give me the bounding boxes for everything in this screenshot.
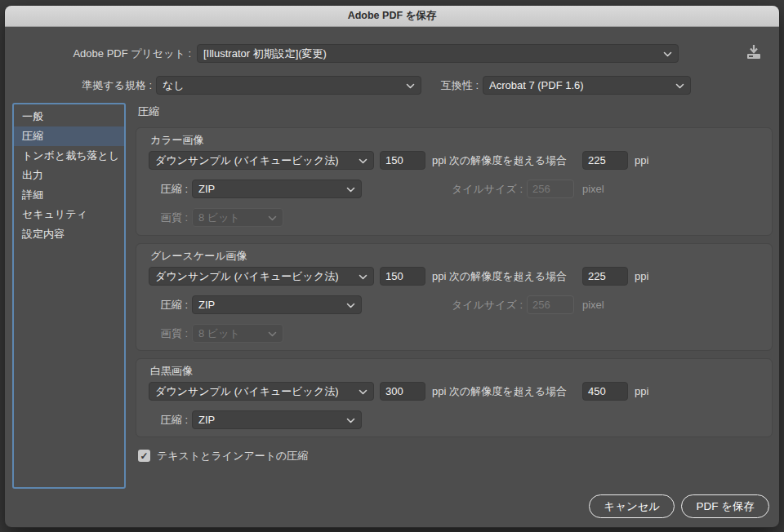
group-header: グレースケール画像 [150,249,247,264]
chevron-down-icon [346,414,355,426]
tile-size-label: タイルサイズ : [443,180,523,198]
sidebar-item-output[interactable]: 出力 [14,166,124,185]
sidebar-item-security[interactable]: セキュリティ [14,205,124,224]
checkmark-icon: ✓ [140,450,148,462]
category-list: 一般 圧縮 トンボと裁ち落とし 出力 詳細 セキュリティ 設定内容 [12,103,126,489]
threshold-label: ppi 次の解像度を超える場合 [432,267,567,286]
quality-label: 画質 : [149,324,188,343]
gray-threshold-input[interactable]: 225 [582,267,628,286]
quality-label: 画質 : [149,208,188,227]
compatibility-label: 互換性 : [405,76,479,95]
chevron-down-icon [346,183,355,195]
gray-resolution-input[interactable]: 150 [380,267,425,286]
dialog-title: Adobe PDF を保存 [348,9,437,23]
chevron-down-icon [346,299,355,311]
gray-downsample-select[interactable]: ダウンサンプル (バイキュービック法) [149,267,374,286]
compression-value: ZIP [198,299,215,311]
color-downsample-select[interactable]: ダウンサンプル (バイキュービック法) [149,151,374,170]
mono-resolution-input[interactable]: 300 [380,382,425,401]
standards-value: なし [163,78,185,93]
color-threshold-input[interactable]: 225 [582,151,628,170]
chevron-down-icon [268,211,277,224]
compression-label: 圧縮 : [149,295,188,314]
sidebar-item-summary[interactable]: 設定内容 [14,224,124,244]
mono-threshold-input[interactable]: 450 [582,382,628,401]
sidebar-item-general[interactable]: 一般 [14,107,124,126]
cancel-button[interactable]: キャンセル [589,494,675,518]
save-preset-icon [744,43,764,64]
sidebar-item-advanced[interactable]: 詳細 [14,185,124,205]
text-lineart-compression-checkbox[interactable]: ✓ [138,450,150,462]
standards-label: 準拠する規格 : [13,76,152,95]
text-lineart-compression-label: テキストとラインアートの圧縮 [157,446,308,465]
chevron-down-icon [268,327,277,339]
quality-value: 8 ビット [198,326,240,341]
gray-compression-select[interactable]: ZIP [192,295,362,314]
quality-value: 8 ビット [198,211,240,225]
threshold-label: ppi 次の解像度を超える場合 [432,382,567,401]
color-tile-size-input: 256 [527,180,574,198]
preset-value: [Illustrator 初期設定](変更) [203,47,327,61]
chevron-down-icon [675,79,684,91]
threshold-label: ppi 次の解像度を超える場合 [432,151,567,170]
color-quality-select: 8 ビット [192,208,283,227]
chevron-down-icon [359,154,368,166]
color-images-group: カラー画像 ダウンサンプル (バイキュービック法) 150 ppi 次の解像度を… [136,127,773,236]
compression-label: 圧縮 : [149,180,188,198]
compatibility-value: Acrobat 7 (PDF 1.6) [489,79,584,91]
sidebar-item-compression[interactable]: 圧縮 [14,126,124,146]
ppi-unit-label: ppi [635,382,648,401]
gray-tile-size-input: 256 [527,295,574,314]
tile-size-label: タイルサイズ : [443,295,523,314]
gray-quality-select: 8 ビット [192,324,283,343]
compression-label: 圧縮 : [149,410,188,429]
save-pdf-button[interactable]: PDF を保存 [681,494,769,518]
dialog-footer: キャンセル PDF を保存 [589,494,769,518]
chevron-down-icon [359,385,368,397]
group-header: カラー画像 [150,133,204,148]
sidebar-item-marks-bleeds[interactable]: トンボと裁ち落とし [14,146,124,166]
chevron-down-icon [359,270,368,282]
chevron-down-icon [663,47,672,60]
text-lineart-compression-row: ✓ テキストとラインアートの圧縮 [138,446,308,465]
ppi-unit-label: ppi [635,267,648,286]
downsample-value: ダウンサンプル (バイキュービック法) [155,153,339,168]
pixel-unit-label: pixel [582,180,604,198]
standards-select[interactable]: なし [156,76,421,95]
ppi-unit-label: ppi [635,151,648,170]
mono-compression-select[interactable]: ZIP [192,410,362,429]
preset-label: Adobe PDF プリセット : [13,44,191,63]
save-adobe-pdf-dialog: Adobe PDF を保存 Adobe PDF プリセット : [Illustr… [4,5,780,528]
color-compression-select[interactable]: ZIP [192,180,362,198]
compatibility-select[interactable]: Acrobat 7 (PDF 1.6) [483,76,691,95]
monochrome-images-group: 白黒画像 ダウンサンプル (バイキュービック法) 300 ppi 次の解像度を超… [136,358,773,437]
save-preset-button[interactable] [741,42,767,64]
mono-downsample-select[interactable]: ダウンサンプル (バイキュービック法) [149,382,374,401]
preset-select[interactable]: [Illustrator 初期設定](変更) [197,44,679,63]
panel-title: 圧縮 [138,104,159,119]
downsample-value: ダウンサンプル (バイキュービック法) [155,384,339,399]
pixel-unit-label: pixel [582,295,604,314]
dialog-titlebar: Adobe PDF を保存 [5,6,779,27]
grayscale-images-group: グレースケール画像 ダウンサンプル (バイキュービック法) 150 ppi 次の… [136,243,773,351]
compression-value: ZIP [198,414,215,426]
compression-value: ZIP [198,183,215,195]
color-resolution-input[interactable]: 150 [380,151,425,170]
downsample-value: ダウンサンプル (バイキュービック法) [155,269,339,284]
group-header: 白黒画像 [150,364,193,379]
